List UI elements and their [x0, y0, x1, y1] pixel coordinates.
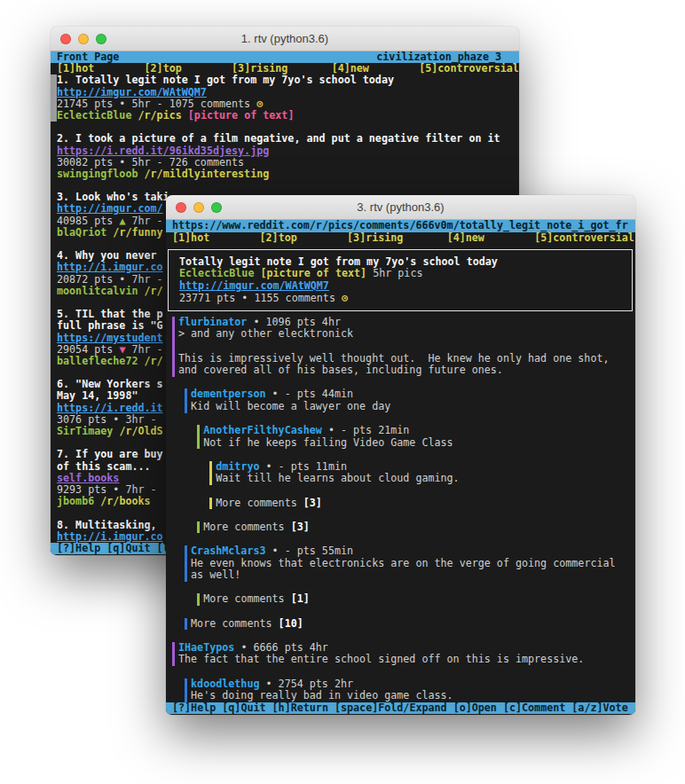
zoom-button[interactable] — [211, 202, 222, 213]
post-link[interactable]: http://i.imgur.co — [57, 262, 163, 273]
post-author[interactable]: jbomb6 — [57, 496, 94, 507]
post-author[interactable]: EclecticBlue — [179, 268, 254, 280]
terminal-line — [166, 630, 635, 642]
text — [172, 437, 197, 450]
post-author[interactable]: blaQriot — [57, 227, 106, 239]
minimize-button[interactable] — [78, 34, 89, 44]
post-1-stats: 21745 pts • 5hr - 1075 comments ⊙ — [51, 98, 519, 110]
post-link[interactable]: http://imgur.com/ — [57, 203, 163, 215]
comment-author[interactable]: AnotherFilthyCashew — [203, 425, 322, 437]
text — [182, 110, 188, 122]
post-subreddit[interactable]: /r/OldS — [119, 426, 162, 437]
comment-stats: • - pts 21min — [322, 425, 410, 437]
comment-stats: • 1096 pts 4hr — [247, 317, 341, 329]
comment-flurbinator: flurbinator • 1096 pts 4hr — [166, 317, 635, 329]
minimize-button[interactable] — [193, 202, 204, 213]
submission-meta: EclecticBlue [picture of text] 5hr pics — [166, 268, 635, 280]
comment-ihaetypos: IHaeTypos • 6666 pts 4hr — [166, 642, 635, 655]
comment-stats: • 6666 pts 4hr — [234, 642, 328, 655]
tab-new[interactable]: [4]new — [447, 232, 484, 245]
comment-text: Not if he keeps failing Video Game Class — [203, 437, 453, 450]
comment-dmitryo: dmitryo • - pts 11min — [166, 461, 635, 474]
terminal-line — [166, 413, 635, 426]
more-comments-count: [1] — [291, 593, 310, 606]
terminal-line — [166, 341, 635, 353]
comment-depth-bar — [209, 473, 216, 485]
close-button[interactable] — [176, 202, 186, 213]
text — [172, 558, 185, 570]
more-comments-count: [3] — [303, 498, 322, 510]
post-link[interactable]: https://mystudent — [57, 333, 163, 344]
comment-depth-bar — [172, 654, 178, 666]
post-link[interactable]: http://imgur.com/WAtWQM7 — [179, 280, 329, 293]
comment-body: He's doing really bad in video game clas… — [166, 690, 635, 702]
status-help-hints: [?]Help [q]Quit [l — [57, 543, 169, 554]
text — [297, 232, 347, 245]
comment-body: Wait till he learns about cloud gaming. — [166, 473, 635, 485]
more-comments-link[interactable]: More comments — [191, 618, 279, 631]
post-subreddit[interactable]: /r/ — [145, 286, 163, 297]
zoom-button[interactable] — [96, 34, 106, 44]
comment-depth-bar — [185, 388, 191, 401]
post-stats: 20872 pts • 7hr - — [57, 274, 163, 286]
status-help-hints: [?]Help [q]Quit [h]Return [space]Fold/Ex… — [172, 702, 628, 715]
comment-author[interactable]: kdoodlethug — [191, 678, 259, 691]
post-link-visited[interactable]: self.books — [57, 473, 119, 484]
post-author[interactable]: moonlitcalvin — [57, 286, 138, 297]
post-link-visited[interactable]: https://i.redd.it/96ikd35djesy.jpg — [57, 145, 269, 157]
tab-controversial[interactable]: [5]controversial — [419, 63, 519, 74]
post-2-meta: swingingfloob /r/mildlyinteresting — [51, 169, 519, 180]
comment-body: Kid will become a lawyer one day — [166, 401, 635, 413]
titlebar[interactable]: 3. rtv (python3.6) — [166, 195, 635, 220]
comment-author[interactable]: dementperson — [191, 388, 265, 401]
post-subreddit[interactable]: /r/pics — [138, 110, 182, 122]
text — [138, 169, 144, 180]
post-subreddit[interactable]: /r/funny — [113, 227, 162, 239]
comment-depth-bar — [185, 678, 191, 691]
terminal-line — [166, 485, 635, 498]
post-stats: 21745 pts • 5hr - 1075 comments — [57, 98, 256, 110]
text — [403, 232, 446, 245]
text — [113, 426, 119, 437]
tab-hot[interactable]: [1]hot — [172, 232, 209, 245]
comment-text: Wait till he learns about cloud gaming. — [216, 473, 459, 485]
comment-text: as well! — [191, 569, 240, 582]
post-link[interactable]: http://i.imgur.co — [57, 531, 163, 543]
post-author[interactable]: EclecticBlue — [57, 110, 131, 122]
post-author[interactable]: swingingfloob — [57, 169, 138, 180]
tab-controversial[interactable]: [5]controversial — [534, 232, 634, 245]
more-comments: More comments [10] — [166, 618, 635, 631]
comment-author[interactable]: CrashMclars3 — [191, 545, 265, 558]
text — [172, 498, 209, 510]
terminal-line — [166, 606, 635, 618]
titlebar[interactable]: 1. rtv (python3.6) — [51, 27, 519, 51]
post-subreddit[interactable]: /r/ — [145, 356, 163, 367]
post-subreddit[interactable]: /r/mildlyinteresting — [145, 169, 270, 180]
comment-author[interactable]: IHaeTypos — [178, 642, 234, 655]
more-comments-link[interactable]: More comments — [203, 521, 291, 534]
text — [172, 401, 185, 413]
post-link[interactable]: http://imgur.com/WAtWQM7 — [57, 87, 207, 98]
more-comments-link[interactable]: More comments — [216, 498, 303, 510]
more-comments: More comments [3] — [166, 521, 635, 534]
terminal-line — [166, 666, 635, 678]
comment-author[interactable]: dmitryo — [216, 461, 259, 474]
comment-depth-bar — [209, 498, 216, 510]
terminal-line — [166, 377, 635, 389]
post-subreddit[interactable]: /r/books — [100, 496, 150, 507]
post-author[interactable]: ballefleche72 — [57, 356, 138, 367]
post-author[interactable]: SirTimaey — [57, 426, 113, 437]
comment-depth-bar — [172, 317, 178, 329]
terminal-line — [166, 582, 635, 594]
text — [484, 232, 534, 245]
post-link[interactable]: https://i.redd.it — [57, 403, 163, 414]
comment-author[interactable]: flurbinator — [178, 317, 247, 329]
comment-body: The fact that the entire school signed o… — [166, 654, 635, 666]
close-button[interactable] — [60, 34, 71, 44]
tab-rising[interactable]: [3]rising — [347, 232, 403, 245]
tab-top[interactable]: [2]top — [260, 232, 297, 245]
gilded-icon: ⊙ — [342, 293, 348, 305]
text — [172, 593, 197, 606]
comment-depth-bar — [185, 618, 191, 631]
more-comments-link[interactable]: More comments — [203, 593, 291, 606]
